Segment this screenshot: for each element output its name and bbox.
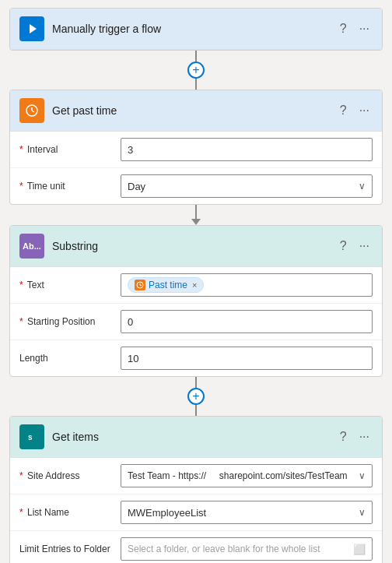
connector-line-4 [195,405,197,416]
connector-line-2 [195,79,197,90]
add-step-button-2[interactable]: + [187,388,205,405]
list-name-select[interactable]: MWEmployeeList ∨ [121,501,373,524]
length-input[interactable] [121,347,373,370]
connector-line-1 [195,51,197,62]
list-name-chevron: ∨ [359,507,366,518]
text-required: * [19,280,23,290]
limit-entries-label: Limit Entries to Folder [19,544,121,554]
trigger-more-button[interactable]: ··· [356,20,373,37]
get-items-icon: s [19,424,44,449]
svg-marker-0 [30,24,37,33]
time-unit-select[interactable]: Day ∨ [121,174,373,198]
add-step-button-1[interactable]: + [187,62,205,79]
interval-row: * Interval [10,132,382,168]
get-items-body: * Site Address Test Team - https:// shar… [10,458,382,563]
svg-line-3 [32,111,34,112]
substring-help-button[interactable]: ? [337,238,350,255]
svg-line-6 [140,285,142,286]
arrow-line-1 [195,205,197,219]
starting-position-label: * Starting Position [19,316,121,327]
starting-position-input[interactable] [121,310,373,333]
get-items-header: s Get items ? ··· [10,417,382,458]
get-past-time-actions: ? ··· [337,102,373,119]
site-address-select[interactable]: Test Team - https:// sharepoint.com/site… [121,464,373,487]
trigger-card: Manually trigger a flow ? ··· [9,8,383,51]
substring-title: Substring [52,240,337,252]
length-row: Length [10,340,382,376]
arrow-connector-1 [191,205,201,225]
past-time-token[interactable]: Past time × [128,277,204,293]
get-past-time-more-button[interactable]: ··· [356,102,373,119]
get-past-time-icon [19,98,44,123]
connector-line-3 [195,377,197,388]
starting-position-row: * Starting Position [10,304,382,340]
trigger-help-button[interactable]: ? [337,20,350,37]
text-row: * Text Past time × [10,267,382,304]
trigger-actions: ? ··· [337,20,373,37]
length-label: Length [19,353,121,364]
get-items-title: Get items [52,431,337,443]
limit-entries-placeholder: Select a folder, or leave blank for the … [128,544,320,554]
limit-entries-folder-icon: ⬜ [353,544,366,555]
substring-more-button[interactable]: ··· [356,238,373,255]
past-time-token-icon [135,280,145,290]
get-past-time-help-button[interactable]: ? [337,102,350,119]
flow-container: Manually trigger a flow ? ··· + Get past… [8,8,384,563]
time-unit-required: * [19,181,23,192]
substring-card: Ab... Substring ? ··· * Text [9,225,383,377]
site-address-chevron: ∨ [359,470,366,481]
time-unit-chevron: ∨ [359,181,366,192]
time-unit-row: * Time unit Day ∨ [10,168,382,204]
get-items-more-button[interactable]: ··· [356,428,373,445]
get-items-actions: ? ··· [337,428,373,445]
plus-connector-2: + [187,377,205,416]
past-time-token-close[interactable]: × [192,280,197,290]
substring-body: * Text Past time × [10,267,382,376]
interval-input[interactable] [121,138,373,161]
trigger-icon [19,16,44,41]
site-address-label: * Site Address [19,470,121,481]
substring-header: Ab... Substring ? ··· [10,226,382,267]
trigger-title: Manually trigger a flow [52,23,337,35]
time-unit-label: * Time unit [19,181,121,192]
text-label: * Text [19,280,121,290]
starting-position-required: * [19,316,23,327]
substring-icon: Ab... [19,234,44,259]
site-address-value: Test Team - https:// sharepoint.com/site… [128,470,348,481]
list-name-label: * List Name [19,507,121,518]
get-past-time-body: * Interval * Time unit Day ∨ [10,132,382,204]
list-name-required: * [19,507,23,518]
interval-required: * [19,144,23,155]
get-items-card: s Get items ? ··· * Site Address Test Te… [9,416,383,563]
limit-entries-input[interactable]: Select a folder, or leave blank for the … [121,537,373,561]
trigger-card-header: Manually trigger a flow ? ··· [10,9,382,50]
site-address-row: * Site Address Test Team - https:// shar… [10,458,382,494]
substring-actions: ? ··· [337,238,373,255]
get-past-time-header: Get past time ? ··· [10,90,382,132]
get-past-time-title: Get past time [52,104,337,117]
list-name-row: * List Name MWEmployeeList ∨ [10,494,382,531]
plus-connector-1: + [187,51,205,90]
svg-text:s: s [28,433,33,442]
interval-label: * Interval [19,144,121,155]
get-past-time-card: Get past time ? ··· * Interval * Time un… [9,90,383,205]
limit-entries-row: Limit Entries to Folder Select a folder,… [10,531,382,563]
arrow-head-1 [191,219,201,225]
site-address-required: * [19,470,23,481]
get-items-help-button[interactable]: ? [337,428,350,445]
